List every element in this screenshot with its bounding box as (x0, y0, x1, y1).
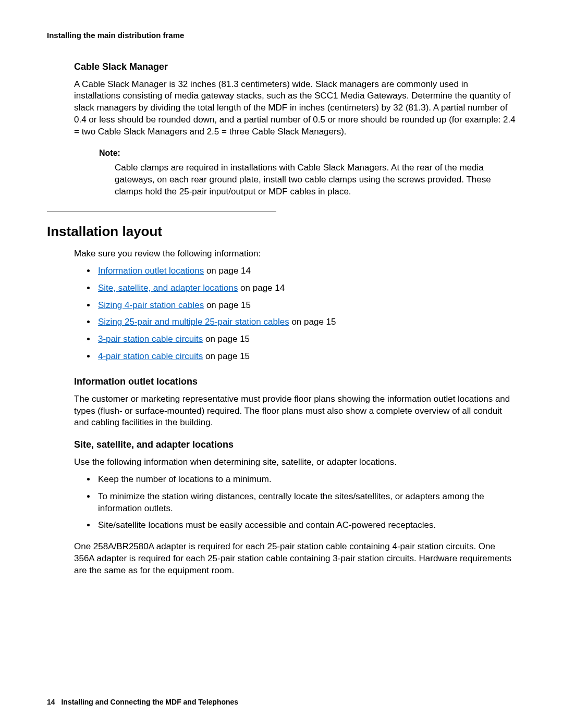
para-adapters: One 258A/BR2580A adapter is required for… (74, 541, 516, 577)
list-item: Sizing 25-pair and multiple 25-pair stat… (96, 316, 516, 328)
list-item: 3-pair station cable circuits on page 15 (96, 334, 516, 346)
link-site-satellite-adapter-locations[interactable]: Site, satellite, and adapter locations (98, 283, 238, 293)
heading-information-outlet-locations: Information outlet locations (74, 375, 516, 388)
running-header: Installing the main distribution frame (47, 30, 516, 41)
heading-installation-layout: Installation layout (47, 223, 516, 241)
link-sizing-4-pair[interactable]: Sizing 4-pair station cables (98, 300, 204, 310)
link-suffix: on page 15 (203, 334, 250, 344)
link-3-pair-circuits[interactable]: 3-pair station cable circuits (98, 334, 203, 344)
heading-cable-slack-manager: Cable Slack Manager (74, 60, 516, 73)
link-suffix: on page 15 (289, 317, 336, 327)
list-item: To minimize the station wiring distances… (96, 491, 516, 515)
section-cable-slack-manager: Cable Slack Manager A Cable Slack Manage… (74, 60, 516, 198)
heading-site-satellite-adapter: Site, satellite, and adapter locations (74, 438, 516, 451)
intro-installation-layout: Make sure you review the following infor… (74, 248, 516, 260)
link-sizing-25-pair[interactable]: Sizing 25-pair and multiple 25-pair stat… (98, 317, 289, 327)
intro-site-satellite-adapter: Use the following information when deter… (74, 456, 516, 468)
section-divider (47, 212, 276, 212)
section-installation-layout: Make sure you review the following infor… (74, 248, 516, 577)
page-footer: 14 Installing and Connecting the MDF and… (47, 697, 238, 707)
link-suffix: on page 14 (204, 266, 251, 276)
link-information-outlet-locations[interactable]: Information outlet locations (98, 266, 204, 276)
link-suffix: on page 15 (203, 351, 250, 361)
link-suffix: on page 15 (204, 300, 251, 310)
list-item: Sizing 4-pair station cables on page 15 (96, 300, 516, 312)
list-item: Site/satellite locations must be easily … (96, 520, 516, 532)
footer-title: Installing and Connecting the MDF and Te… (61, 698, 238, 706)
bullet-list-site-satellite: Keep the number of locations to a minimu… (83, 474, 516, 532)
list-item: 4-pair station cable circuits on page 15 (96, 351, 516, 363)
list-item: Keep the number of locations to a minimu… (96, 474, 516, 486)
note-block: Note: Cable clamps are required in insta… (99, 147, 516, 198)
list-item: Information outlet locations on page 14 (96, 265, 516, 277)
para-cable-slack-manager: A Cable Slack Manager is 32 inches (81.3… (74, 79, 516, 139)
page: Installing the main distribution frame C… (0, 0, 563, 728)
link-4-pair-circuits[interactable]: 4-pair station cable circuits (98, 351, 203, 361)
para-information-outlet-locations: The customer or marketing representative… (74, 393, 516, 429)
link-suffix: on page 14 (238, 283, 285, 293)
note-body: Cable clamps are required in installatio… (115, 162, 516, 198)
list-item: Site, satellite, and adapter locations o… (96, 282, 516, 294)
page-number: 14 (47, 698, 55, 706)
link-list: Information outlet locations on page 14 … (83, 265, 516, 363)
note-label: Note: (99, 147, 516, 159)
